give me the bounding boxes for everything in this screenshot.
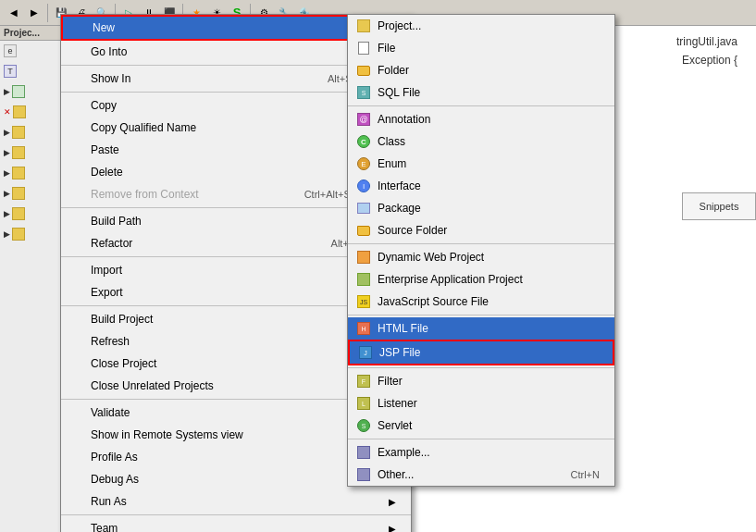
tree-icon-T: T [4, 65, 17, 78]
tree-item-collapse1[interactable]: ▶ [0, 81, 65, 102]
submenu-item-source-folder[interactable]: Source Folder [348, 219, 614, 241]
tree-item-v4[interactable]: ▶ [0, 163, 65, 183]
submenu-icon-class: C [355, 133, 372, 150]
toolbar-separator-1 [47, 4, 48, 22]
submenu-item-dynamic-web[interactable]: Dynamic Web Project [348, 246, 614, 268]
submenu-label-interface: Interface [378, 179, 600, 192]
tree-icon-e: e [4, 44, 17, 57]
submenu-icon-filter: F [355, 373, 372, 390]
submenu-label-filter: Filter [378, 375, 600, 388]
menu-label-refactor: Refactor [91, 237, 304, 250]
menu-label-show-in: Show In [91, 72, 300, 85]
snippets-label: Snippets [700, 201, 739, 212]
tree-item-v2[interactable]: ▶ [0, 122, 65, 142]
submenu-item-jsp-file[interactable]: J JSP File [348, 340, 614, 365]
submenu-label-folder: Folder [378, 64, 600, 77]
submenu-item-package[interactable]: Package [348, 197, 614, 219]
submenu-label-other: Other... [378, 468, 562, 481]
menu-label-debug-as: Debug As [91, 473, 381, 486]
submenu-icon-project [355, 18, 372, 34]
menu-icon-refresh [68, 333, 85, 350]
submenu-item-interface[interactable]: I Interface [348, 175, 614, 197]
submenu-icon-enum: E [355, 155, 372, 172]
submenu-label-jsp-file: JSP File [379, 346, 598, 359]
submenu-item-servlet[interactable]: S Servlet [348, 414, 614, 437]
submenu-icon-js: JS [355, 293, 372, 310]
submenu-item-class[interactable]: C Class [348, 130, 614, 153]
submenu-item-project[interactable]: Project... [348, 15, 614, 37]
menu-item-team[interactable]: Team ▶ [61, 517, 411, 532]
menu-icon-debug-as [68, 471, 85, 488]
menu-arrow-team: ▶ [389, 524, 396, 533]
menu-icon-close-project [68, 355, 85, 372]
submenu-icon-servlet: S [355, 417, 372, 434]
submenu-item-other[interactable]: Other... Ctrl+N [348, 464, 614, 486]
submenu-label-html-file: HTML File [378, 322, 600, 335]
submenu-label-class: Class [378, 135, 600, 148]
menu-icon-new [70, 19, 87, 36]
tree-item-v5[interactable]: ▶ [0, 183, 65, 204]
submenu-item-enum[interactable]: E Enum [348, 153, 614, 175]
submenu-label-js-source: JavaScript Source File [378, 295, 600, 308]
tree-item-e[interactable]: e [0, 41, 65, 61]
menu-label-run-as: Run As [91, 495, 381, 508]
menu-arrow-run-as: ▶ [389, 497, 396, 507]
toolbar-icon-forward[interactable]: ▶ [25, 4, 43, 22]
tree-item-v1[interactable]: ✕ [0, 102, 65, 122]
tree-item-v7[interactable]: ▶ [0, 224, 65, 244]
menu-icon-go-into [68, 43, 85, 60]
submenu-label-package: Package [378, 202, 600, 215]
submenu-icon-sql: S [355, 84, 372, 101]
menu-label-profile-as: Profile As [91, 451, 381, 464]
project-tree: Projec... e T ▶ ✕ ▶ ▶ ▶ ▶ ▶ ▶ [0, 26, 65, 532]
submenu-shortcut-other: Ctrl+N [571, 469, 600, 480]
menu-icon-close-unrelated [68, 377, 85, 394]
submenu-label-example: Example... [378, 446, 600, 459]
submenu-label-enum: Enum [378, 157, 600, 170]
tree-item-v3[interactable]: ▶ [0, 142, 65, 163]
snippets-panel: Snippets [682, 192, 756, 220]
tree-item-T[interactable]: T [0, 61, 65, 81]
submenu-item-file[interactable]: File [348, 37, 614, 59]
submenu-sep-4 [348, 367, 614, 368]
menu-item-run-as[interactable]: Run As ▶ [61, 490, 411, 513]
tree-item-v6[interactable]: ▶ [0, 204, 65, 224]
submenu-item-enterprise[interactable]: Enterprise Application Project [348, 268, 614, 291]
menu-label-remove-context: Remove from Context [91, 188, 277, 201]
submenu-item-annotation[interactable]: @ Annotation [348, 108, 614, 130]
menu-label-build-path: Build Path [91, 215, 381, 228]
editor-filename: tringUtil.java [676, 35, 737, 48]
menu-icon-import [68, 262, 85, 278]
editor-code: Exception { [682, 54, 737, 67]
menu-icon-refactor [68, 235, 85, 252]
submenu-sep-2 [348, 243, 614, 244]
submenu-item-example[interactable]: Example... [348, 441, 614, 464]
submenu-item-sql-file[interactable]: S SQL File [348, 81, 614, 104]
menu-sep-7 [61, 514, 411, 515]
menu-label-delete: Delete [91, 166, 339, 179]
submenu-icon-file [355, 40, 372, 56]
submenu-item-html-file[interactable]: H HTML File [348, 317, 614, 340]
menu-label-new: New [93, 21, 379, 34]
submenu-label-servlet: Servlet [378, 419, 600, 432]
menu-icon-show-remote [68, 427, 85, 443]
submenu-icon-annotation: @ [355, 111, 372, 128]
menu-label-refresh: Refresh [91, 335, 356, 348]
submenu-icon-interface: I [355, 178, 372, 194]
submenu-item-filter[interactable]: F Filter [348, 370, 614, 392]
submenu-icon-source-folder [355, 222, 372, 239]
menu-icon-run-as [68, 493, 85, 510]
menu-icon-validate [68, 404, 85, 421]
submenu-item-folder[interactable]: Folder [348, 59, 614, 81]
menu-icon-build-path [68, 213, 85, 229]
menu-label-team: Team [91, 522, 381, 532]
submenu-item-listener[interactable]: L Listener [348, 392, 614, 414]
submenu-item-js-source[interactable]: JS JavaScript Source File [348, 291, 614, 313]
submenu-label-enterprise: Enterprise Application Project [378, 273, 600, 286]
menu-label-copy: Copy [91, 99, 340, 112]
menu-label-import: Import [91, 264, 381, 277]
project-tree-header: Projec... [0, 26, 65, 41]
menu-icon-profile-as [68, 449, 85, 465]
submenu-label-dynamic-web: Dynamic Web Project [378, 251, 600, 264]
toolbar-icon-back[interactable]: ◀ [5, 4, 23, 22]
